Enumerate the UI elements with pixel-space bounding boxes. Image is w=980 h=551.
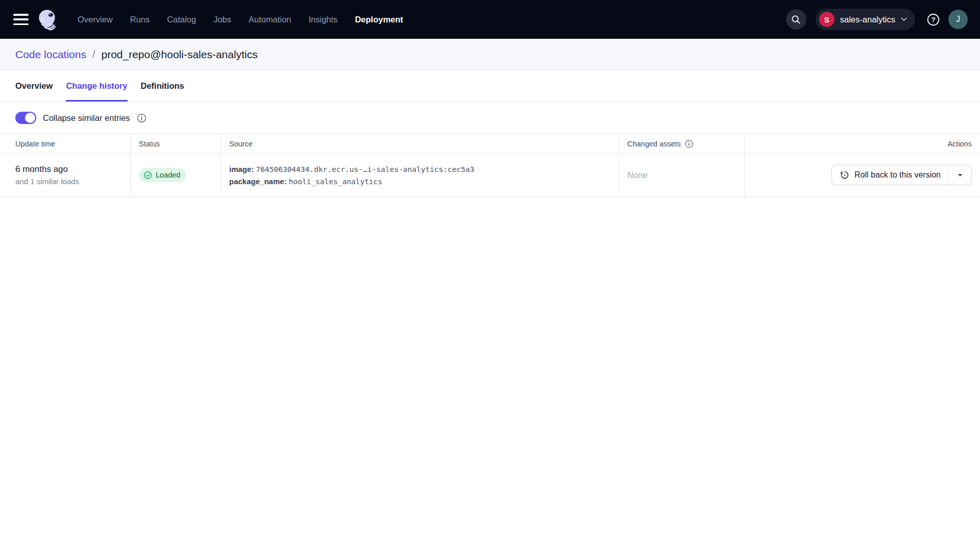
tab-overview[interactable]: Overview xyxy=(15,70,53,102)
rollback-button[interactable]: Roll back to this version xyxy=(831,165,948,185)
header-update-time: Update time xyxy=(0,134,130,153)
source-image-value: 764506304434.dkr.ecr.us-…i-sales-analyti… xyxy=(256,165,475,173)
table-header-row: Update time Status Source Changed assets… xyxy=(0,134,980,154)
svg-text:?: ? xyxy=(931,16,935,23)
header-actions: Actions xyxy=(744,134,980,153)
nav-item-jobs[interactable]: Jobs xyxy=(213,15,231,24)
nav-item-automation[interactable]: Automation xyxy=(249,15,291,24)
search-icon xyxy=(791,14,801,25)
org-initial-badge: S xyxy=(819,12,835,27)
update-time-value: 6 months ago xyxy=(15,164,79,174)
rollback-dropdown-button[interactable] xyxy=(948,165,972,185)
breadcrumb-separator: / xyxy=(92,48,95,60)
tab-definitions[interactable]: Definitions xyxy=(141,70,184,102)
header-changed-assets-label: Changed assets xyxy=(627,140,681,148)
header-status: Status xyxy=(130,134,220,153)
nav-item-deployment[interactable]: Deployment xyxy=(355,15,403,24)
collapse-similar-toggle[interactable] xyxy=(15,112,36,124)
change-history-table: Update time Status Source Changed assets… xyxy=(0,134,980,197)
help-question-icon: ? xyxy=(926,13,940,27)
source-cell: image: 764506304434.dkr.ecr.us-…i-sales-… xyxy=(220,154,619,196)
status-cell: Loaded xyxy=(130,154,220,196)
tabs-bar: Overview Change history Definitions xyxy=(0,70,980,102)
nav-item-insights[interactable]: Insights xyxy=(309,15,338,24)
actions-cell: Roll back to this version xyxy=(744,154,980,196)
info-icon xyxy=(137,113,146,123)
status-badge-label: Loaded xyxy=(156,171,180,179)
tab-change-history[interactable]: Change history xyxy=(66,70,127,102)
collapse-info-button[interactable] xyxy=(137,113,146,123)
search-button[interactable] xyxy=(786,9,806,30)
update-time-cell: 6 months ago and 1 similar loads xyxy=(0,154,130,196)
page-header: Code locations / prod_repo@hooli-sales-a… xyxy=(0,39,980,70)
primary-nav-links: Overview Runs Catalog Jobs Automation In… xyxy=(78,15,403,24)
caret-down-icon xyxy=(958,174,962,177)
page-title: prod_repo@hooli-sales-analytics xyxy=(101,48,257,61)
rollback-history-icon xyxy=(840,170,850,180)
breadcrumb-code-locations-link[interactable]: Code locations xyxy=(15,48,86,61)
nav-item-overview[interactable]: Overview xyxy=(78,15,113,24)
source-image-label: image: xyxy=(229,165,254,173)
status-badge: Loaded xyxy=(139,168,186,182)
check-circle-icon xyxy=(143,171,152,180)
org-name: sales-analytics xyxy=(840,15,895,24)
help-button[interactable]: ? xyxy=(926,13,940,27)
user-avatar[interactable]: J xyxy=(948,10,968,29)
controls-row: Collapse similar entries xyxy=(0,102,980,134)
top-nav: Overview Runs Catalog Jobs Automation In… xyxy=(0,0,980,39)
changed-assets-value: None xyxy=(627,170,647,180)
similar-loads-note: and 1 similar loads xyxy=(15,177,79,186)
rollback-button-group: Roll back to this version xyxy=(831,165,972,185)
header-source: Source xyxy=(220,134,619,153)
source-package-label: package_name: xyxy=(229,177,287,186)
rollback-button-label: Roll back to this version xyxy=(854,170,941,180)
menu-hamburger-icon[interactable] xyxy=(13,14,29,25)
nav-item-catalog[interactable]: Catalog xyxy=(167,15,196,24)
chevron-down-icon xyxy=(901,17,907,21)
org-switcher[interactable]: S sales-analytics xyxy=(816,9,915,30)
octopus-logo-icon xyxy=(36,8,59,31)
changed-assets-info-icon[interactable] xyxy=(684,139,694,148)
collapse-similar-label: Collapse similar entries xyxy=(43,113,130,123)
nav-item-runs[interactable]: Runs xyxy=(130,15,150,24)
changed-assets-cell: None xyxy=(619,154,744,196)
table-row: 6 months ago and 1 similar loads Loaded … xyxy=(0,154,980,197)
header-changed-assets: Changed assets xyxy=(619,134,744,153)
dagster-octopus-logo[interactable] xyxy=(36,8,59,31)
source-package-value: hooli_sales_analytics xyxy=(289,178,382,186)
